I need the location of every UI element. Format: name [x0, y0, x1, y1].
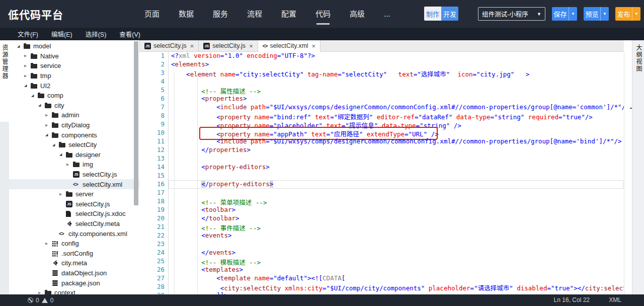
code-line-5[interactable]: <!-- 属性描述 --> [171, 86, 624, 95]
language-mode[interactable]: XML [609, 296, 621, 303]
nav-item-配置[interactable]: 配置 [281, 0, 296, 28]
tree-item-UI2[interactable]: ◢UI2 [9, 81, 139, 91]
expand-arrow-icon[interactable]: ▶ [66, 163, 73, 167]
code-line-8[interactable]: <property name="bind:ref" text="绑定数据列" e… [171, 112, 624, 120]
menu-item[interactable]: 选择(S) [86, 29, 107, 39]
code-line-18[interactable]: <!-- 菜单项描述 --> [171, 197, 624, 206]
save-button[interactable]: 保存 ▼ [552, 7, 577, 21]
collapse-arrow-icon[interactable]: ◢ [17, 44, 24, 48]
nav-item-代码[interactable]: 代码 [315, 0, 331, 28]
code-line-3[interactable]: <element name="city:selectCity" tag-name… [171, 69, 624, 78]
collapse-arrow-icon[interactable]: ◢ [31, 94, 38, 98]
outline-rail[interactable] [632, 40, 644, 294]
code-line-27[interactable]: <template name="default"><![CDATA[ [171, 274, 624, 283]
publish-dropdown-icon[interactable]: ▼ [632, 7, 640, 21]
tree-item-config[interactable]: ▶config [9, 239, 139, 249]
tree-item-context[interactable]: ▶context [9, 288, 139, 294]
menu-item[interactable]: 编辑(E) [51, 29, 72, 39]
tree-item-model[interactable]: ◢model [9, 41, 139, 51]
code-line-22[interactable]: <events> [171, 232, 624, 240]
app-select-dropdown[interactable]: 组件测试-小程序 ▼ [478, 7, 545, 21]
code-line-16[interactable]: </property-editors> [171, 180, 624, 189]
code-line-14[interactable]: <property-editors> [171, 163, 624, 172]
code-line-17[interactable] [171, 189, 624, 197]
tree-item-selectCity.js[interactable]: JSselectCity.js [9, 199, 139, 209]
code-line-24[interactable]: </events> [171, 249, 624, 257]
collapse-arrow-icon[interactable]: ◢ [24, 84, 31, 88]
nav-item-流程[interactable]: 流程 [247, 0, 262, 28]
code-line-23[interactable] [171, 240, 624, 249]
tree-item-components[interactable]: ◢components [9, 130, 139, 140]
tree-item-selectCity[interactable]: ◢selectCity [9, 140, 139, 150]
tree-item-selectCity.xml[interactable]: <>selectCity.xml [9, 179, 139, 189]
expand-arrow-icon[interactable]: ▶ [24, 74, 31, 78]
expand-arrow-icon[interactable]: ▶ [24, 54, 31, 58]
close-icon[interactable]: × [190, 42, 194, 50]
expand-arrow-icon[interactable]: ▶ [45, 242, 52, 246]
tree-item-img[interactable]: ▶img [9, 160, 139, 170]
tree-item-.sortConfig[interactable]: .sortConfig [9, 248, 139, 258]
nav-item-数据[interactable]: 数据 [179, 0, 194, 28]
close-icon[interactable]: × [312, 42, 316, 50]
tab-selectCity.js[interactable]: JSselectCity.js× [139, 40, 199, 51]
nav-item-服务[interactable]: 服务 [213, 0, 228, 28]
tree-item-dataObject.json[interactable]: dataObject.json [9, 268, 139, 278]
publish-button[interactable]: 发布 ▼ [615, 7, 640, 21]
code-line-20[interactable]: </toolbar> [171, 214, 624, 223]
tree-item-cityDialog[interactable]: ▶cityDialog [9, 120, 139, 130]
code-line-15[interactable] [171, 172, 624, 180]
code-line-19[interactable]: <toolbar> [171, 206, 624, 214]
expand-arrow-icon[interactable]: ▶ [38, 291, 45, 294]
expand-arrow-icon[interactable]: ▶ [59, 192, 66, 196]
nav-item-高级[interactable]: 高级 [350, 0, 365, 28]
editor-scrollbar[interactable] [624, 52, 632, 294]
preview-dropdown-icon[interactable]: ▼ [600, 7, 609, 21]
expand-arrow-icon[interactable]: ▶ [24, 64, 31, 68]
expand-arrow-icon[interactable]: ▶ [45, 123, 52, 127]
collapse-arrow-icon[interactable]: ◢ [45, 133, 52, 137]
tree-item-package.json[interactable]: package.json [9, 278, 139, 288]
tree-item-comp[interactable]: ◢comp [9, 91, 139, 101]
tree-item-service[interactable]: ▶service [9, 61, 139, 71]
mode-toggle[interactable]: 制作 开发 [424, 7, 458, 21]
tab-selectCity.js[interactable]: JSselectCity.js× [199, 40, 258, 51]
code-line-26[interactable]: <templates> [171, 266, 624, 274]
code-line-1[interactable]: <?xml version="1.0" encoding="UTF-8"?> [171, 52, 624, 60]
code-line-4[interactable] [171, 78, 624, 86]
tree-item-selectCity.js[interactable]: JSselectCity.js [9, 170, 139, 180]
mode-dev-button[interactable]: 开发 [441, 7, 458, 21]
tree-item-designer[interactable]: ◢designer [9, 150, 139, 160]
code-line-10[interactable]: <property name="appPath" text="应用路径" ext… [171, 129, 624, 137]
code-line-7[interactable]: <include path="$UI/wxsys/comps/designerC… [171, 103, 624, 112]
tree-item-tmp[interactable]: ▶tmp [9, 71, 139, 81]
preview-button[interactable]: 预览 ▼ [584, 7, 609, 21]
close-icon[interactable]: × [249, 42, 253, 50]
code-line-12[interactable]: </properties> [171, 146, 624, 155]
tree-item-selectCity.js.xdoc[interactable]: selectCity.js.xdoc [9, 209, 139, 219]
nav-item-...[interactable]: ... [384, 0, 390, 28]
menu-item[interactable]: 查看(V) [119, 29, 140, 39]
collapse-arrow-icon[interactable]: ◢ [38, 103, 45, 107]
code-content[interactable]: <?xml version="1.0" encoding="UTF-8"?><e… [171, 52, 624, 294]
code-editor[interactable]: 1234567891011121314151617181920212223242… [139, 52, 624, 294]
collapse-arrow-icon[interactable]: ◢ [52, 143, 59, 147]
tree-item-city.components.xml[interactable]: <>city.components.xml [9, 228, 139, 239]
tree-item-admin[interactable]: ▶admin [9, 110, 139, 120]
code-line-6[interactable]: <properties> [171, 95, 624, 103]
mode-make-button[interactable]: 制作 [424, 7, 441, 21]
tree-item-selectCity.meta[interactable]: selectCity.meta [9, 219, 139, 229]
nav-item-页面[interactable]: 页面 [144, 0, 159, 28]
collapse-arrow-icon[interactable]: ◢ [59, 152, 66, 157]
tree-item-city[interactable]: ◢city [9, 101, 139, 111]
code-line-28[interactable]: <city:selectCity xmlns:city="$UI/comp/ci… [171, 283, 624, 291]
expand-arrow-icon[interactable]: ▶ [45, 113, 52, 117]
tree-item-city.meta[interactable]: city.meta [9, 258, 139, 268]
save-dropdown-icon[interactable]: ▼ [569, 7, 577, 21]
code-line-2[interactable]: <elements> [171, 60, 624, 69]
code-line-9[interactable]: <property name="placeholder" text="提示信息"… [171, 120, 624, 129]
menu-item[interactable]: 文件(F) [18, 29, 38, 39]
code-line-11[interactable]: <include path="$UI/wxsys/comps/designerC… [171, 137, 624, 146]
code-line-21[interactable]: <!-- 事件描述 --> [171, 223, 624, 232]
code-line-13[interactable] [171, 155, 624, 163]
code-line-25[interactable]: <!-- 模板描述 --> [171, 257, 624, 266]
